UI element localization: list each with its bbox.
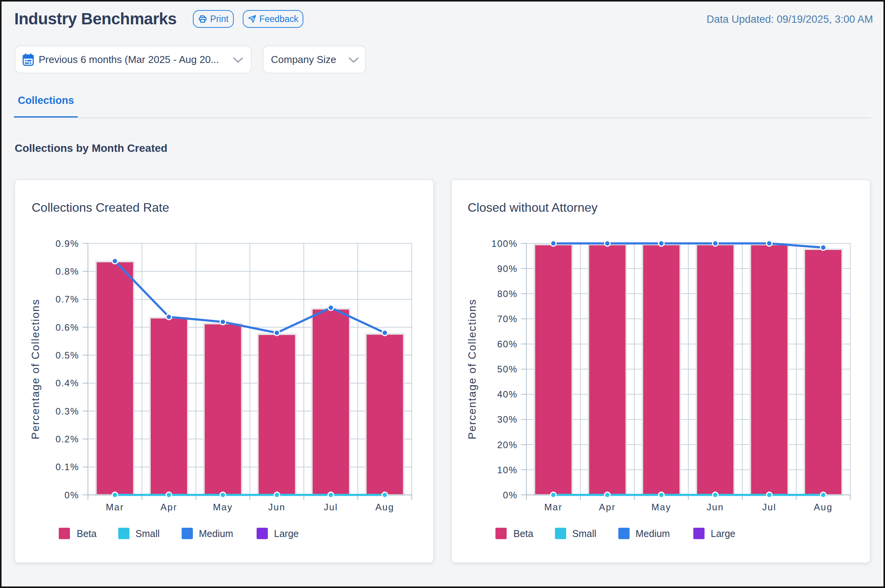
svg-text:Apr: Apr <box>599 502 615 512</box>
svg-text:Percentage of Collections: Percentage of Collections <box>29 299 41 439</box>
svg-text:May: May <box>213 502 233 512</box>
svg-text:Jun: Jun <box>268 502 285 512</box>
svg-text:Medium: Medium <box>635 528 670 539</box>
svg-text:0.9%: 0.9% <box>55 238 79 248</box>
svg-text:Aug: Aug <box>375 502 394 512</box>
svg-text:90%: 90% <box>497 263 517 274</box>
svg-text:Apr: Apr <box>160 502 177 512</box>
svg-text:0%: 0% <box>64 489 79 500</box>
svg-text:0.5%: 0.5% <box>55 350 79 360</box>
svg-text:Jun: Jun <box>706 502 724 512</box>
svg-text:60%: 60% <box>497 339 517 349</box>
svg-text:40%: 40% <box>497 389 517 399</box>
svg-text:Collections Created Rate: Collections Created Rate <box>32 201 169 214</box>
svg-text:70%: 70% <box>497 314 517 324</box>
svg-text:0.2%: 0.2% <box>55 434 79 444</box>
svg-text:May: May <box>651 502 671 512</box>
svg-text:Beta: Beta <box>513 528 533 539</box>
svg-text:30%: 30% <box>497 414 517 425</box>
svg-text:Small: Small <box>572 528 596 539</box>
svg-text:0.8%: 0.8% <box>55 266 79 277</box>
svg-text:80%: 80% <box>497 288 517 299</box>
svg-text:Mar: Mar <box>544 502 562 512</box>
svg-text:Closed without Attorney: Closed without Attorney <box>468 201 597 214</box>
svg-text:0%: 0% <box>503 489 517 500</box>
svg-text:Jul: Jul <box>762 502 776 512</box>
svg-text:100%: 100% <box>491 238 517 248</box>
svg-text:Large: Large <box>711 528 735 539</box>
svg-text:10%: 10% <box>497 464 517 475</box>
svg-text:20%: 20% <box>497 439 517 450</box>
svg-text:Large: Large <box>274 528 299 539</box>
svg-text:Percentage of Collections: Percentage of Collections <box>466 299 478 439</box>
svg-text:0.1%: 0.1% <box>55 462 79 472</box>
svg-text:0.3%: 0.3% <box>55 406 79 416</box>
svg-text:0.6%: 0.6% <box>55 322 79 332</box>
svg-text:Mar: Mar <box>106 502 124 512</box>
svg-text:Jul: Jul <box>323 502 338 512</box>
svg-text:50%: 50% <box>497 364 517 374</box>
svg-text:Aug: Aug <box>814 502 832 512</box>
svg-text:Small: Small <box>135 528 160 539</box>
svg-text:Beta: Beta <box>77 528 97 539</box>
svg-text:0.7%: 0.7% <box>55 294 79 304</box>
svg-text:0.4%: 0.4% <box>55 378 79 388</box>
svg-text:Medium: Medium <box>199 528 233 539</box>
